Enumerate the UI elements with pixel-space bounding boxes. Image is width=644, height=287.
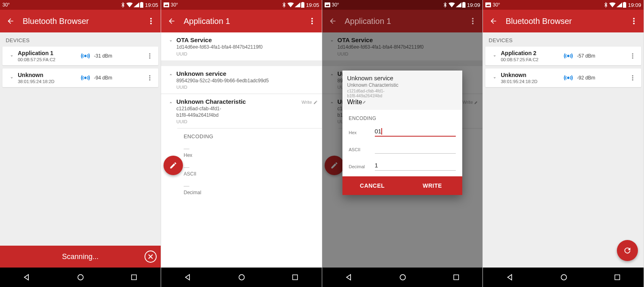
temperature: 30° [171, 2, 178, 8]
characteristic-name: Unknown Characteristic [176, 98, 317, 105]
clock: 19:09 [467, 2, 480, 8]
stop-scan-button[interactable] [145, 251, 157, 263]
svg-rect-20 [325, 2, 330, 7]
appbar: Bluetooth Browser [483, 10, 644, 32]
wifi-icon [287, 2, 294, 7]
nav-recent[interactable] [614, 274, 621, 281]
svg-point-28 [633, 20, 635, 22]
pencil-icon [362, 100, 367, 104]
svg-point-16 [311, 20, 313, 22]
ascii-label: ASCII [349, 147, 375, 154]
svg-point-22 [472, 20, 474, 22]
signal-icon [134, 2, 139, 7]
temperature: 30° [2, 2, 10, 8]
device-overflow[interactable] [144, 75, 156, 81]
navbar [0, 268, 161, 287]
bluetooth-icon [444, 2, 448, 8]
appbar: Application 1 [161, 10, 322, 32]
nav-home[interactable] [399, 273, 407, 281]
service-uuid: 8954290a-52c2-4b9b-9b66-6edb1adc99d5 [176, 78, 317, 84]
screen-1: 30° 19:05 Bluetooth Browser DEVICES Appl… [0, 0, 161, 287]
back-button[interactable] [166, 17, 177, 25]
refresh-fab[interactable] [617, 240, 638, 261]
svg-rect-0 [140, 3, 143, 7]
svg-rect-14 [164, 2, 169, 7]
svg-point-8 [84, 77, 87, 79]
characteristic-row[interactable]: Unknown Characteristic c121d6ad-cfab-4fd… [161, 94, 322, 128]
device-overflow[interactable] [627, 53, 639, 59]
back-button[interactable] [5, 17, 16, 25]
navbar [483, 268, 644, 287]
nav-home[interactable] [560, 273, 568, 281]
overflow-menu[interactable] [306, 15, 319, 28]
svg-point-1 [150, 18, 152, 19]
hex-input[interactable]: 01 [375, 128, 456, 137]
nav-recent[interactable] [453, 274, 460, 281]
overflow-menu[interactable] [627, 15, 640, 28]
wifi-icon [126, 2, 133, 7]
svg-point-5 [149, 53, 150, 54]
svg-point-3 [150, 23, 152, 24]
device-name: Application 2 [501, 50, 561, 56]
svg-rect-13 [132, 275, 136, 280]
uuid-label: UUID [176, 51, 317, 56]
device-row[interactable]: Unknown 38:01:95:24:18:2D -92 dBm [485, 69, 641, 87]
encoding-label: ENCODING [161, 129, 322, 142]
encoding-hex: —Hex [161, 142, 322, 161]
svg-point-11 [149, 79, 150, 80]
encoding-ascii: —ASCII [161, 161, 322, 179]
device-row[interactable]: Application 2 00:0B:57:25:FA:C2 -57 dBm [485, 47, 641, 65]
device-name: Application 1 [18, 50, 79, 56]
svg-point-9 [149, 75, 150, 76]
screen-2: 30° 19:05 Application 1 OTA Service 1d14… [161, 0, 322, 287]
status-bar: 30° 19:09 [322, 0, 483, 10]
svg-point-29 [633, 23, 635, 24]
nav-home[interactable] [238, 273, 246, 281]
signal-strength-icon [561, 52, 575, 60]
device-row[interactable]: Application 1 00:0B:57:25:FA:C2 -31 dBm [2, 47, 158, 65]
device-overflow[interactable] [627, 75, 639, 81]
svg-point-6 [149, 55, 150, 56]
battery-icon [301, 2, 304, 8]
signal-strength-icon [79, 74, 92, 81]
nav-back[interactable] [184, 273, 192, 281]
device-rssi: -92 dBm [577, 75, 595, 81]
nav-home[interactable] [77, 273, 85, 281]
svg-point-23 [472, 23, 474, 24]
device-row[interactable]: Unknown 38:01:95:24:18:2D -94 dBm [2, 69, 158, 87]
decimal-input[interactable]: 1 [375, 162, 456, 171]
write-button[interactable]: WRITE [402, 176, 462, 195]
svg-point-24 [400, 274, 405, 280]
svg-point-34 [567, 77, 570, 79]
ascii-input[interactable] [375, 145, 456, 154]
back-button[interactable] [488, 17, 499, 25]
svg-point-35 [632, 75, 633, 76]
nav-back[interactable] [23, 273, 31, 281]
overflow-menu[interactable] [145, 15, 157, 28]
navbar [322, 268, 483, 287]
clock: 19:09 [628, 2, 641, 8]
hex-label: Hex [349, 130, 375, 137]
service-row[interactable]: OTA Service 1d14d6ee-fd63-4fa1-bfa4-8f47… [161, 32, 322, 60]
signal-strength-icon [79, 52, 92, 60]
refresh-icon [623, 246, 632, 255]
write-action[interactable]: Write [302, 100, 317, 105]
edit-fab[interactable] [164, 156, 183, 175]
nav-back[interactable] [506, 273, 514, 281]
overflow-menu [466, 15, 479, 28]
write-action[interactable]: Write [347, 99, 458, 106]
nav-recent[interactable] [291, 274, 299, 281]
svg-point-38 [561, 274, 566, 280]
battery-icon [462, 2, 465, 8]
device-name: Unknown [501, 72, 561, 78]
nav-recent[interactable] [130, 274, 138, 281]
cancel-button[interactable]: CANCEL [342, 176, 402, 195]
service-row[interactable]: Unknown service 8954290a-52c2-4b9b-9b66-… [161, 66, 322, 94]
svg-point-30 [567, 55, 570, 57]
image-icon [485, 2, 491, 7]
dialog-actions: CANCEL WRITE [342, 176, 463, 195]
nav-back[interactable] [345, 273, 353, 281]
status-bar: 30° 19:05 [0, 0, 161, 10]
device-overflow[interactable] [144, 53, 156, 59]
status-bar: 30° 19:05 [161, 0, 322, 10]
